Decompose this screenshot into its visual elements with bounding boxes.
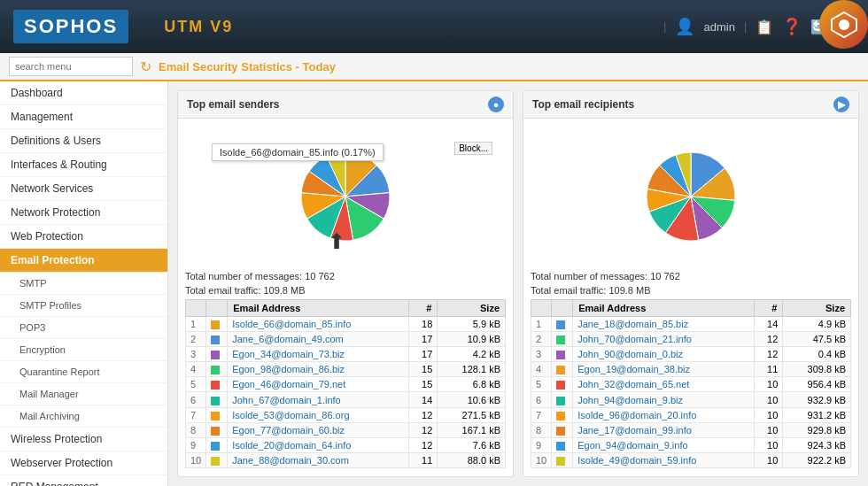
row-email[interactable]: Isolde_49@domain_59.info <box>573 452 754 467</box>
row-size: 309.8 kB <box>783 362 851 377</box>
logo-container: SOPHOS <box>13 10 128 43</box>
table-row: 5 Egon_46@domain_79.net 15 6.8 kB <box>186 377 506 392</box>
row-count: 14 <box>408 392 438 407</box>
sidebar-item-quarantine-report[interactable]: Quarantine Report <box>0 361 167 383</box>
table-row: 1 Isolde_66@domain_85.info 18 5.9 kB <box>186 317 506 332</box>
row-count: 10 <box>754 437 783 452</box>
table-row: 7 Isolde_96@domain_20.info 10 931.2 kB <box>531 407 851 422</box>
row-count: 10 <box>754 377 783 392</box>
row-email[interactable]: John_67@domain_1.info <box>228 392 408 407</box>
row-count: 18 <box>408 317 438 332</box>
clipboard-icon[interactable]: 📋 <box>756 19 773 35</box>
block-button[interactable]: Block... <box>454 142 492 155</box>
row-num: 4 <box>186 362 206 377</box>
table-row: 5 John_32@domain_65.net 10 956.4 kB <box>531 377 851 392</box>
logo-text: SOPHOS <box>24 15 118 37</box>
row-count: 12 <box>408 437 438 452</box>
row-count: 15 <box>408 362 438 377</box>
sidebar-item-email-protection[interactable]: Email Protection <box>0 249 167 273</box>
row-num: 5 <box>186 377 206 392</box>
row-email[interactable]: John_32@domain_65.net <box>573 377 754 392</box>
row-email[interactable]: Jane_18@domain_85.biz <box>573 317 754 332</box>
row-email[interactable]: John_90@domain_0.biz <box>573 347 754 362</box>
row-count: 17 <box>408 347 438 362</box>
table-row: 6 John_94@domain_9.biz 10 932.9 kB <box>531 392 851 407</box>
row-count: 10 <box>754 422 783 437</box>
row-num: 8 <box>531 422 552 437</box>
sidebar-item-network-protection[interactable]: Network Protection <box>0 201 167 225</box>
row-num: 2 <box>186 332 206 347</box>
row-email[interactable]: Egon_46@domain_79.net <box>228 377 408 392</box>
sidebar-item-definitions-users[interactable]: Definitions & Users <box>0 129 167 153</box>
right-panel-info-icon[interactable]: ▶ <box>833 96 849 112</box>
sidebar-item-red-management[interactable]: RED Management <box>0 475 167 486</box>
sidebar-item-dashboard[interactable]: Dashboard <box>0 81 167 105</box>
row-num: 3 <box>186 347 206 362</box>
row-email[interactable]: Egon_34@domain_73.biz <box>228 347 408 362</box>
sidebar-item-webserver-protection[interactable]: Webserver Protection <box>0 451 167 475</box>
search-input[interactable] <box>9 57 133 76</box>
help-icon[interactable]: ❓ <box>782 17 802 36</box>
row-num: 10 <box>186 452 206 467</box>
row-count: 12 <box>408 422 438 437</box>
row-size: 167.1 kB <box>438 422 506 437</box>
left-chart-area: Isolde_66@domain_85.info (0.17%) Block..… <box>185 126 506 267</box>
row-num: 6 <box>531 392 552 407</box>
sidebar-item-management[interactable]: Management <box>0 105 167 129</box>
row-email[interactable]: Egon_94@domain_9.info <box>573 437 754 452</box>
left-panel-title: Top email senders <box>187 98 279 111</box>
sidebar-item-web-protection[interactable]: Web Protection <box>0 225 167 249</box>
row-size: 5.9 kB <box>438 317 506 332</box>
right-table: Email Address # Size 1 Jane_18@domain_85… <box>531 299 851 468</box>
row-email[interactable]: Isolde_20@domain_64.info <box>228 437 408 452</box>
row-email[interactable]: John_70@domain_21.info <box>573 332 754 347</box>
left-panel: Top email senders ● Isolde_66@domain_85.… <box>177 90 514 477</box>
row-count: 10 <box>754 407 783 422</box>
table-row: 4 Egon_98@domain_86.biz 15 128.1 kB <box>186 362 506 377</box>
right-panel-body: Total number of messages: 10 762 Total e… <box>523 119 858 475</box>
row-email[interactable]: Isolde_66@domain_85.info <box>228 317 408 332</box>
row-email[interactable]: Egon_77@domain_60.biz <box>228 422 408 437</box>
sidebar-item-interfaces-routing[interactable]: Interfaces & Routing <box>0 153 167 177</box>
row-email[interactable]: Jane_17@domain_99.info <box>573 422 754 437</box>
row-email[interactable]: Egon_19@domain_38.biz <box>573 362 754 377</box>
row-count: 12 <box>754 347 783 362</box>
row-email[interactable]: Egon_98@domain_86.biz <box>228 362 408 377</box>
sidebar-item-pop3[interactable]: POP3 <box>0 317 167 339</box>
sidebar-item-wireless-protection[interactable]: Wireless Protection <box>0 428 167 451</box>
right-col-email: Email Address <box>573 300 754 317</box>
row-count: 10 <box>754 452 783 467</box>
sidebar-item-encryption[interactable]: Encryption <box>0 339 167 361</box>
row-num: 7 <box>531 407 552 422</box>
separator2-icon: | <box>744 20 747 33</box>
sidebar-item-mail-archiving[interactable]: Mail Archiving <box>0 405 167 428</box>
row-size: 88.0 kB <box>438 452 506 467</box>
sidebar-item-network-services[interactable]: Network Services <box>0 177 167 201</box>
row-email[interactable]: John_94@domain_9.biz <box>573 392 754 407</box>
row-email[interactable]: Isolde_96@domain_20.info <box>573 407 754 422</box>
row-email[interactable]: Isolde_53@domain_86.org <box>228 407 408 422</box>
row-size: 956.4 kB <box>783 377 851 392</box>
avatar-circle <box>819 0 868 49</box>
avatar-icon <box>830 11 858 39</box>
right-col-count: # <box>754 300 783 317</box>
row-count: 12 <box>754 332 783 347</box>
row-num: 4 <box>531 362 552 377</box>
sidebar-item-smtp-profiles[interactable]: SMTP Profiles <box>0 295 167 317</box>
sidebar-item-smtp[interactable]: SMTP <box>0 273 167 295</box>
sidebar-item-mail-manager[interactable]: Mail Manager <box>0 383 167 405</box>
row-count: 11 <box>408 452 438 467</box>
row-num: 3 <box>531 347 552 362</box>
row-size: 924.3 kB <box>783 437 851 452</box>
refresh-button[interactable]: ↻ <box>140 58 151 75</box>
right-total-messages: Total number of messages: 10 762 <box>531 271 851 282</box>
row-count: 10 <box>754 392 783 407</box>
left-panel-info-icon[interactable]: ● <box>488 96 504 112</box>
left-panel-header: Top email senders ● <box>178 91 513 119</box>
row-email[interactable]: Jane_6@domain_49.com <box>228 332 408 347</box>
row-num: 5 <box>531 377 552 392</box>
row-size: 4.2 kB <box>438 347 506 362</box>
row-email[interactable]: Jane_88@domain_30.com <box>228 452 408 467</box>
table-row: 6 John_67@domain_1.info 14 10.6 kB <box>186 392 506 407</box>
row-size: 47.5 kB <box>783 332 851 347</box>
